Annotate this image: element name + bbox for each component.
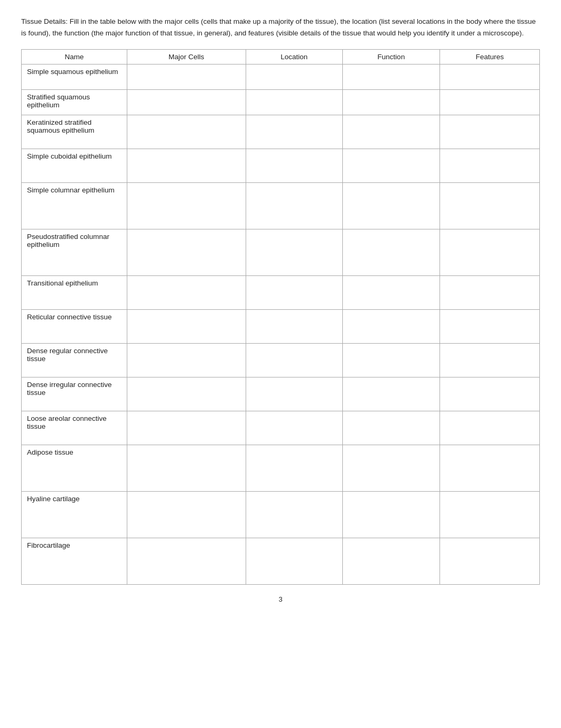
features-cell-6[interactable] xyxy=(440,276,540,310)
function-cell-7[interactable] xyxy=(342,310,440,344)
function-cell-3[interactable] xyxy=(342,149,440,183)
location-cell-7[interactable] xyxy=(246,310,342,344)
features-cell-2[interactable] xyxy=(440,115,540,149)
col-header-major-cells: Major Cells xyxy=(127,50,246,64)
tissue-name-1: Stratified squamous epithelium xyxy=(22,90,127,115)
page-number: 3 xyxy=(21,595,540,603)
tissue-name-9: Dense irregular connective tissue xyxy=(22,377,127,411)
instructions-text: Tissue Details: Fill in the table below … xyxy=(21,16,540,39)
major-cells-cell-10[interactable] xyxy=(127,411,246,445)
function-cell-4[interactable] xyxy=(342,183,440,229)
major-cells-cell-8[interactable] xyxy=(127,344,246,377)
location-cell-13[interactable] xyxy=(246,538,342,585)
tissue-name-10: Loose areolar connective tissue xyxy=(22,411,127,445)
tissue-name-3: Simple cuboidal epithelium xyxy=(22,149,127,183)
tissue-name-4: Simple columnar epithelium xyxy=(22,183,127,229)
features-cell-4[interactable] xyxy=(440,183,540,229)
tissue-name-8: Dense regular connective tissue xyxy=(22,344,127,377)
major-cells-cell-2[interactable] xyxy=(127,115,246,149)
major-cells-cell-3[interactable] xyxy=(127,149,246,183)
tissue-table: Name Major Cells Location Function Featu… xyxy=(21,49,540,585)
tissue-name-2: Keratinized stratified squamous epitheli… xyxy=(22,115,127,149)
tissue-name-12: Hyaline cartilage xyxy=(22,492,127,538)
features-cell-13[interactable] xyxy=(440,538,540,585)
major-cells-cell-4[interactable] xyxy=(127,183,246,229)
location-cell-12[interactable] xyxy=(246,492,342,538)
features-cell-8[interactable] xyxy=(440,344,540,377)
tissue-name-5: Pseudostratified columnar epithelium xyxy=(22,229,127,276)
function-cell-13[interactable] xyxy=(342,538,440,585)
features-cell-0[interactable] xyxy=(440,64,540,90)
major-cells-cell-7[interactable] xyxy=(127,310,246,344)
col-header-location: Location xyxy=(246,50,342,64)
major-cells-cell-5[interactable] xyxy=(127,229,246,276)
function-cell-5[interactable] xyxy=(342,229,440,276)
function-cell-11[interactable] xyxy=(342,445,440,492)
tissue-name-6: Transitional epithelium xyxy=(22,276,127,310)
location-cell-4[interactable] xyxy=(246,183,342,229)
tissue-name-7: Reticular connective tissue xyxy=(22,310,127,344)
location-cell-6[interactable] xyxy=(246,276,342,310)
function-cell-9[interactable] xyxy=(342,377,440,411)
features-cell-1[interactable] xyxy=(440,90,540,115)
major-cells-cell-12[interactable] xyxy=(127,492,246,538)
tissue-name-11: Adipose tissue xyxy=(22,445,127,492)
function-cell-12[interactable] xyxy=(342,492,440,538)
features-cell-11[interactable] xyxy=(440,445,540,492)
location-cell-3[interactable] xyxy=(246,149,342,183)
tissue-name-0: Simple squamous epithelium xyxy=(22,64,127,90)
function-cell-6[interactable] xyxy=(342,276,440,310)
function-cell-1[interactable] xyxy=(342,90,440,115)
col-header-function: Function xyxy=(342,50,440,64)
location-cell-9[interactable] xyxy=(246,377,342,411)
features-cell-3[interactable] xyxy=(440,149,540,183)
function-cell-2[interactable] xyxy=(342,115,440,149)
major-cells-cell-11[interactable] xyxy=(127,445,246,492)
major-cells-cell-9[interactable] xyxy=(127,377,246,411)
major-cells-cell-1[interactable] xyxy=(127,90,246,115)
location-cell-8[interactable] xyxy=(246,344,342,377)
major-cells-cell-0[interactable] xyxy=(127,64,246,90)
location-cell-11[interactable] xyxy=(246,445,342,492)
major-cells-cell-6[interactable] xyxy=(127,276,246,310)
function-cell-10[interactable] xyxy=(342,411,440,445)
features-cell-7[interactable] xyxy=(440,310,540,344)
location-cell-5[interactable] xyxy=(246,229,342,276)
col-header-name: Name xyxy=(22,50,127,64)
function-cell-0[interactable] xyxy=(342,64,440,90)
location-cell-2[interactable] xyxy=(246,115,342,149)
location-cell-1[interactable] xyxy=(246,90,342,115)
features-cell-9[interactable] xyxy=(440,377,540,411)
tissue-name-13: Fibrocartilage xyxy=(22,538,127,585)
major-cells-cell-13[interactable] xyxy=(127,538,246,585)
features-cell-5[interactable] xyxy=(440,229,540,276)
features-cell-12[interactable] xyxy=(440,492,540,538)
location-cell-10[interactable] xyxy=(246,411,342,445)
col-header-features: Features xyxy=(440,50,540,64)
features-cell-10[interactable] xyxy=(440,411,540,445)
location-cell-0[interactable] xyxy=(246,64,342,90)
function-cell-8[interactable] xyxy=(342,344,440,377)
